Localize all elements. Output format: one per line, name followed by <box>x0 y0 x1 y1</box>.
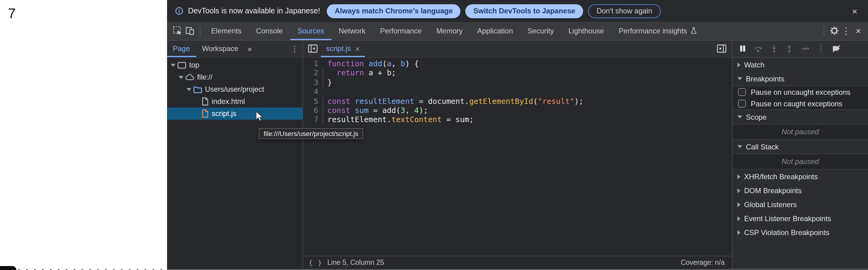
tab-performance[interactable]: Performance <box>373 22 429 40</box>
file-html-icon <box>201 97 209 106</box>
section-label: CSP Violation Breakpoints <box>744 228 830 237</box>
checkbox-box[interactable] <box>738 100 746 108</box>
section-watch[interactable]: Watch <box>733 58 868 72</box>
code-line[interactable]: 5const resultElement = document.getEleme… <box>303 96 732 106</box>
step-out-icon[interactable] <box>785 44 793 53</box>
code-line[interactable]: 7resultElement.textContent = sum; <box>303 115 732 124</box>
code-token: b <box>401 59 405 68</box>
code-token: } <box>328 78 332 87</box>
devtools-main: Page Workspace » ⋮ topfile://Users/user/… <box>167 40 868 269</box>
code-line[interactable]: 4 <box>303 87 732 96</box>
code-token: = sum; <box>442 115 473 124</box>
checkbox-pause-on-caught-exceptions[interactable]: Pause on caught exceptions <box>733 98 868 109</box>
code-token: function <box>328 59 364 68</box>
tab-memory[interactable]: Memory <box>429 22 470 40</box>
editor-tab-script-js[interactable]: script.js × <box>321 40 365 57</box>
line-number: 1 <box>303 59 318 68</box>
tab-security[interactable]: Security <box>520 22 561 40</box>
cursor-position-text: Line 5, Column 25 <box>328 259 384 266</box>
devtools-close-icon[interactable]: × <box>852 25 864 37</box>
tree-item-label: file:// <box>197 73 213 81</box>
section-global-listeners[interactable]: Global Listeners <box>733 198 868 211</box>
step-into-icon[interactable] <box>770 44 778 53</box>
section-label: Call Stack <box>746 143 779 151</box>
expand-arrow-icon <box>170 63 177 66</box>
tree-item-label: index.html <box>212 97 245 106</box>
more-tabs-chevron-icon[interactable]: » <box>245 44 255 54</box>
tab-performance-insights[interactable]: Performance insights <box>611 22 705 40</box>
panel-tabs: ElementsConsoleSourcesNetworkPerformance… <box>204 22 705 40</box>
triangle-down-icon <box>737 145 742 148</box>
kebab-menu-icon[interactable]: ⋮ <box>840 25 852 37</box>
hide-navigator-icon[interactable] <box>308 44 318 53</box>
browser-page-area: 7 <box>0 0 167 270</box>
tree-item-label: Users/user/project <box>205 85 264 94</box>
navigator-tab-page[interactable]: Page <box>167 40 196 57</box>
infobar-close-icon[interactable]: × <box>848 5 861 17</box>
tab-label: Console <box>256 27 283 35</box>
section-call-stack[interactable]: Call Stack <box>733 140 868 154</box>
tab-label: Performance <box>380 27 422 35</box>
section-xhr-fetch-breakpoints[interactable]: XHR/fetch Breakpoints <box>733 170 868 183</box>
line-number: 3 <box>303 78 318 87</box>
step-icon[interactable] <box>801 44 810 53</box>
tree-item-file[interactable]: file:// <box>167 71 303 83</box>
step-over-icon[interactable] <box>754 44 763 53</box>
code-line[interactable]: 2 return a + b; <box>303 68 732 78</box>
code-token: = add( <box>369 106 401 115</box>
section-scope[interactable]: Scope <box>733 110 868 124</box>
section-dom-breakpoints[interactable]: DOM Breakpoints <box>733 183 868 198</box>
main-toolbar: ElementsConsoleSourcesNetworkPerformance… <box>167 22 868 40</box>
code-line[interactable]: 1function add(a, b) { <box>303 59 732 68</box>
dont-show-again-button[interactable]: Don't show again <box>588 4 660 18</box>
code-line[interactable]: 3} <box>303 78 732 87</box>
tree-item-script-js[interactable]: script.js <box>167 108 303 120</box>
hide-debugger-sidebar-icon[interactable] <box>717 44 726 53</box>
editor-tab-close-icon[interactable]: × <box>355 44 360 54</box>
mouse-cursor-pointer <box>256 111 263 121</box>
always-match-language-button[interactable]: Always match Chrome's language <box>327 4 461 18</box>
tree-item-users-user-project[interactable]: Users/user/project <box>167 83 303 95</box>
code-line[interactable]: 6const sum = add(3, 4); <box>303 106 732 115</box>
tab-sources[interactable]: Sources <box>290 22 331 40</box>
tab-lighthouse[interactable]: Lighthouse <box>561 22 611 40</box>
code-token: return <box>337 68 364 78</box>
section-event-listener-breakpoints[interactable]: Event Listener Breakpoints <box>733 211 868 226</box>
navigator-kebab-menu-icon[interactable]: ⋮ <box>289 44 300 54</box>
switch-to-japanese-button[interactable]: Switch DevTools to Japanese <box>466 4 583 18</box>
device-toolbar-icon[interactable] <box>184 25 196 37</box>
triangle-right-icon <box>737 230 740 235</box>
tab-console[interactable]: Console <box>249 22 290 40</box>
tree-item-index-html[interactable]: index.html <box>167 95 303 108</box>
triangle-right-icon <box>737 202 740 207</box>
pretty-print-icon[interactable]: { } <box>309 259 322 266</box>
navigator-header: Page Workspace » ⋮ <box>167 40 303 58</box>
checkbox-pause-on-uncaught-exceptions[interactable]: Pause on uncaught exceptions <box>733 86 868 98</box>
code-editor[interactable]: 1function add(a, b) {2 return a + b;3}45… <box>303 58 732 256</box>
checkbox-label: Pause on uncaught exceptions <box>751 88 850 96</box>
settings-gear-icon[interactable] <box>828 25 840 37</box>
debugger-toolbar-separator <box>820 44 821 54</box>
folder-icon <box>193 85 202 93</box>
experiment-flask-icon <box>690 27 697 35</box>
tab-label: Network <box>339 27 365 35</box>
tab-application[interactable]: Application <box>470 22 520 40</box>
section-csp-violation-breakpoints[interactable]: CSP Violation Breakpoints <box>733 226 868 239</box>
section-breakpoints[interactable]: Breakpoints <box>733 72 868 86</box>
debugger-sections: WatchBreakpointsPause on uncaught except… <box>733 58 868 239</box>
navigator-tab-workspace[interactable]: Workspace <box>196 40 245 57</box>
expand-arrow-icon <box>178 76 184 79</box>
tree-item-top[interactable]: top <box>167 59 303 71</box>
status-message: Not paused <box>733 154 868 169</box>
checkbox-box[interactable] <box>738 88 746 96</box>
inspect-element-icon[interactable] <box>172 25 184 37</box>
deactivate-breakpoints-icon[interactable] <box>832 44 841 53</box>
tab-elements[interactable]: Elements <box>204 22 249 40</box>
pause-icon[interactable] <box>739 44 746 53</box>
section-label: XHR/fetch Breakpoints <box>744 172 818 181</box>
tab-network[interactable]: Network <box>331 22 373 40</box>
section-label: Event Listener Breakpoints <box>744 214 831 222</box>
code-token: resultElement <box>355 96 414 106</box>
code-token <box>350 96 355 106</box>
toolbar-separator <box>824 26 824 36</box>
